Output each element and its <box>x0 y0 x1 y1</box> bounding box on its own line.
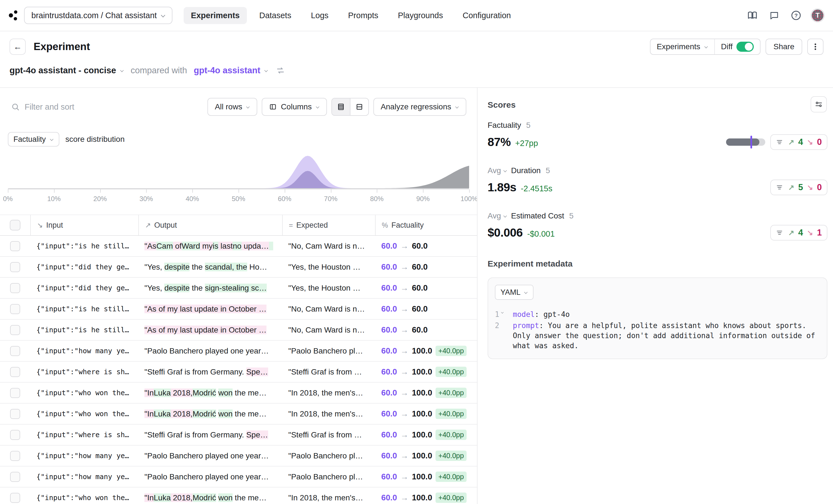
table-row[interactable]: {"input":"where is sh…"Steffi Graf is fr… <box>0 425 477 446</box>
results-pane: Filter and sort All rows Columns <box>0 88 477 504</box>
docs-button[interactable] <box>745 8 760 23</box>
output-cell: "InLuka 2018,Modrić won the me… <box>138 409 282 419</box>
distribution-metric-selector[interactable]: Factuality <box>8 132 60 147</box>
chevron-down-icon <box>316 105 319 108</box>
diff-segment <box>269 242 273 250</box>
improvements-regressions-pill[interactable]: ↗5↘0 <box>770 180 827 195</box>
swap-comparison-button[interactable] <box>273 63 288 78</box>
help-button[interactable]: ? <box>789 8 803 23</box>
top-navbar: braintrustdata.com / Chat assistant Expe… <box>0 0 833 31</box>
project-switcher[interactable]: braintrustdata.com / Chat assistant <box>24 7 172 24</box>
improvements-regressions-pill[interactable]: ↗4↘0 <box>770 134 827 150</box>
row-checkbox[interactable] <box>10 262 20 272</box>
input-cell: {"input":"how many ye… <box>30 452 138 460</box>
collapse-chevron-icon[interactable] <box>501 311 503 313</box>
more-options-button[interactable] <box>807 39 824 55</box>
score-delta-badge: +40.0pp <box>435 388 467 398</box>
diff-segment: despite <box>164 262 190 271</box>
row-checkbox[interactable] <box>10 325 20 335</box>
table-row[interactable]: {"input":"how many ye…"Paolo Banchero pl… <box>0 446 477 467</box>
expected-cell: "Steffi Graf is from … <box>282 430 375 439</box>
select-all-checkbox[interactable] <box>10 220 20 230</box>
output-cell: "Paolo Banchero played one year… <box>138 472 282 481</box>
share-button[interactable]: Share <box>765 39 802 55</box>
aggregation-selector[interactable]: Avg <box>487 166 507 175</box>
comparison-marker <box>751 136 752 149</box>
feedback-button[interactable] <box>767 8 782 23</box>
dense-rows-button[interactable] <box>332 98 350 115</box>
improvements-regressions-pill[interactable]: ↗4↘1 <box>770 225 827 241</box>
analyze-regressions-button[interactable]: Analyze regressions <box>373 98 466 116</box>
diff-toggle[interactable] <box>736 42 754 52</box>
arrow-right-icon: → <box>400 472 408 481</box>
table-row[interactable]: {"input":"is he still…"As of my last upd… <box>0 320 477 341</box>
row-checkbox[interactable] <box>10 283 20 293</box>
filter-search[interactable]: Filter and sort <box>11 102 208 111</box>
aggregation-label: Avg <box>487 211 501 220</box>
columns-button[interactable]: Columns <box>262 98 327 116</box>
expected-cell: "Paolo Banchero pl… <box>282 347 375 355</box>
row-checkbox[interactable] <box>10 241 20 251</box>
row-checkbox[interactable] <box>10 304 20 314</box>
output-cell: "As of my last update in October … <box>138 305 282 313</box>
row-checkbox[interactable] <box>10 409 20 419</box>
chart-ticks: 0%10%20%30%40%50%60%70%80%90%100% <box>8 192 469 204</box>
score-comparison-value: 60.0 <box>381 262 397 272</box>
tab-experiments[interactable]: Experiments <box>184 7 247 24</box>
row-checkbox[interactable] <box>10 451 20 461</box>
score-comparison-value: 60.0 <box>381 388 397 398</box>
table-row[interactable]: {"input":"is he still…"As of my last upd… <box>0 299 477 320</box>
dense-rows-icon <box>337 103 345 111</box>
table-row[interactable]: {"input":"how many ye…"Paolo Banchero pl… <box>0 467 477 487</box>
diff-segment: "In <box>144 409 154 418</box>
output-cell: "Yes, despite the scandal, the Ho… <box>138 262 282 272</box>
comparison-selector[interactable]: gpt-4o assistant <box>194 66 268 76</box>
diff-segment: my <box>200 242 213 250</box>
tab-logs[interactable]: Logs <box>304 7 336 24</box>
row-checkbox[interactable] <box>10 367 20 377</box>
table-row[interactable]: {"input":"who won the…"InLuka 2018,Modri… <box>0 487 477 504</box>
metadata-format-selector[interactable]: YAML <box>495 285 533 300</box>
tab-playgrounds[interactable]: Playgrounds <box>391 7 450 24</box>
distribution-caption: score distribution <box>66 135 125 144</box>
table-row[interactable]: {"input":"where is sh…"Steffi Graf is fr… <box>0 362 477 383</box>
back-button[interactable]: ← <box>9 39 26 55</box>
score-comparison-value: 60.0 <box>381 451 397 460</box>
input-cell: {"input":"is he still… <box>30 326 138 334</box>
metric-header: AvgEstimated Cost5 <box>487 211 827 220</box>
table-row[interactable]: {"input":"is he still…"AsCam ofWard myis… <box>0 236 477 257</box>
table-row[interactable]: {"input":"how many ye…"Paolo Banchero pl… <box>0 341 477 362</box>
tab-datasets[interactable]: Datasets <box>252 7 299 24</box>
row-checkbox[interactable] <box>10 430 20 440</box>
row-checkbox[interactable] <box>10 472 20 482</box>
factuality-cell: 60.0→100.0+40.0pp <box>375 346 477 356</box>
diff-segment: "Paolo Banchero played one year… <box>144 451 269 460</box>
user-avatar[interactable]: T <box>811 8 825 22</box>
row-checkbox[interactable] <box>10 493 20 503</box>
metadata-code: 1model: gpt-4o2prompt: You are a helpful… <box>495 309 820 351</box>
tab-configuration[interactable]: Configuration <box>455 7 518 24</box>
table-row[interactable]: {"input":"who won the…"InLuka 2018,Modri… <box>0 404 477 425</box>
rows-filter-button[interactable]: All rows <box>208 98 257 116</box>
input-cell: {"input":"where is sh… <box>30 368 138 376</box>
score-delta-badge: +40.0pp <box>435 451 467 461</box>
split-rows-button[interactable] <box>351 98 368 115</box>
table-row[interactable]: {"input":"who won the…"InLuka 2018,Modri… <box>0 383 477 404</box>
tick-label: 100% <box>460 195 477 203</box>
tab-prompts[interactable]: Prompts <box>341 7 386 24</box>
aggregation-selector[interactable]: Avg <box>487 211 507 220</box>
diff-segment: won <box>218 409 233 418</box>
scores-settings-button[interactable] <box>811 96 827 112</box>
row-checkbox[interactable] <box>10 346 20 356</box>
table-row[interactable]: {"input":"did they ge…"Yes, despite the … <box>0 257 477 278</box>
score-range-bar <box>726 138 765 146</box>
diff-segment <box>216 409 218 418</box>
main-content: Filter and sort All rows Columns <box>0 88 833 504</box>
output-cell: "AsCam ofWard myis lastno upda… <box>138 242 282 251</box>
diff-segment: the me… <box>233 409 266 418</box>
experiments-menu-button[interactable]: Experiments <box>650 39 714 54</box>
expected-cell: "Paolo Banchero pl… <box>282 472 375 481</box>
row-checkbox[interactable] <box>10 388 20 398</box>
experiment-selector[interactable]: gpt-4o assistant - concise <box>9 66 124 76</box>
table-row[interactable]: {"input":"did they ge…"Yes, despite the … <box>0 278 477 299</box>
